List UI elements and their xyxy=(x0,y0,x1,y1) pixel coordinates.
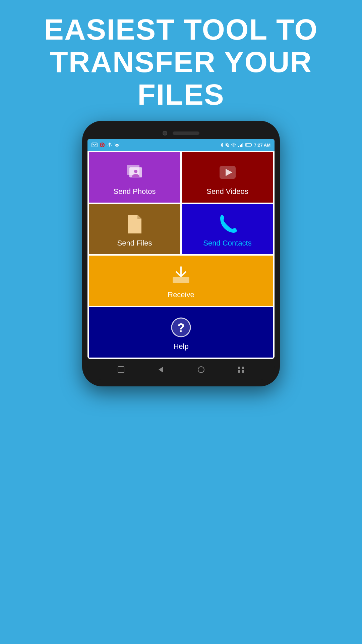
status-left-icons xyxy=(92,143,120,147)
svg-rect-34 xyxy=(238,370,240,373)
svg-rect-25 xyxy=(173,277,189,283)
svg-text:?: ? xyxy=(177,321,185,335)
battery-icon xyxy=(245,143,252,147)
help-svg: ? xyxy=(170,317,192,338)
app-grid: Send Photos Send Videos xyxy=(87,151,275,359)
receive-label: Receive xyxy=(168,290,194,299)
help-icon: ? xyxy=(170,317,192,338)
svg-rect-14 xyxy=(240,145,241,147)
send-contacts-label: Send Contacts xyxy=(203,239,251,248)
phone-screen: 7:27 AM Send Photos xyxy=(87,139,275,359)
back-icon xyxy=(157,366,165,373)
svg-point-12 xyxy=(233,146,234,147)
svg-marker-30 xyxy=(159,367,163,373)
status-right-icons: 7:27 AM xyxy=(220,143,270,148)
receive-icon xyxy=(170,265,192,286)
svg-rect-13 xyxy=(238,146,239,147)
svg-rect-15 xyxy=(241,144,242,147)
svg-rect-19 xyxy=(246,144,246,146)
send-files-icon xyxy=(124,213,145,235)
nav-recents-button[interactable] xyxy=(116,365,126,374)
signal-icon xyxy=(100,143,105,147)
send-videos-icon xyxy=(217,162,238,183)
svg-point-7 xyxy=(116,145,117,146)
nav-home-button[interactable] xyxy=(196,365,206,374)
headline-line1: EASIEST TOOL TO xyxy=(44,13,318,46)
send-videos-label: Send Videos xyxy=(206,187,248,196)
svg-rect-35 xyxy=(242,370,244,373)
receive-tile[interactable]: Receive xyxy=(89,256,273,306)
svg-rect-16 xyxy=(242,143,243,147)
svg-point-8 xyxy=(117,145,118,146)
home-icon xyxy=(197,366,205,373)
headline: EASIEST TOOL TO TRANSFER YOUR FILES xyxy=(0,0,362,121)
send-contacts-icon xyxy=(217,213,238,235)
headline-line2: TRANSFER YOUR FILES xyxy=(50,45,312,111)
phone-camera xyxy=(163,131,167,136)
phone-shell: 7:27 AM Send Photos xyxy=(82,121,280,386)
nav-apps-button[interactable] xyxy=(236,365,246,374)
phone-nav xyxy=(87,360,275,380)
send-videos-tile[interactable]: Send Videos xyxy=(182,152,273,203)
recents-icon xyxy=(117,366,125,373)
contacts-svg xyxy=(218,213,238,235)
status-bar: 7:27 AM xyxy=(87,139,275,151)
phone-speaker xyxy=(173,131,199,135)
svg-line-6 xyxy=(119,144,119,144)
send-photos-label: Send Photos xyxy=(114,187,156,196)
apps-icon xyxy=(237,366,245,373)
files-svg xyxy=(125,213,144,235)
mute-icon xyxy=(225,143,229,147)
android-icon xyxy=(114,143,120,147)
svg-point-31 xyxy=(198,367,204,373)
svg-point-4 xyxy=(115,144,119,147)
send-photos-tile[interactable]: Send Photos xyxy=(89,152,180,203)
msg-icon xyxy=(92,143,98,147)
bluetooth-status-icon xyxy=(220,143,224,147)
send-photos-icon xyxy=(124,162,145,183)
send-contacts-tile[interactable]: Send Contacts xyxy=(182,204,273,254)
time-display: 7:27 AM xyxy=(254,143,270,148)
svg-rect-33 xyxy=(242,367,244,369)
help-label: Help xyxy=(173,342,188,351)
svg-rect-29 xyxy=(118,367,124,373)
receive-svg xyxy=(170,265,192,286)
svg-line-5 xyxy=(115,144,115,144)
usb-icon xyxy=(107,143,112,147)
phone-top xyxy=(87,127,275,139)
svg-rect-32 xyxy=(238,367,240,369)
photos-svg xyxy=(124,163,145,181)
wifi-icon xyxy=(231,143,236,147)
videos-svg xyxy=(217,163,238,181)
signal-bars-icon xyxy=(238,143,243,147)
send-files-tile[interactable]: Send Files xyxy=(89,204,180,254)
svg-rect-18 xyxy=(251,144,252,146)
help-tile[interactable]: ? Help xyxy=(89,307,273,358)
nav-back-button[interactable] xyxy=(156,365,166,374)
svg-point-22 xyxy=(134,170,137,173)
svg-rect-0 xyxy=(92,143,97,147)
send-files-label: Send Files xyxy=(117,239,152,248)
